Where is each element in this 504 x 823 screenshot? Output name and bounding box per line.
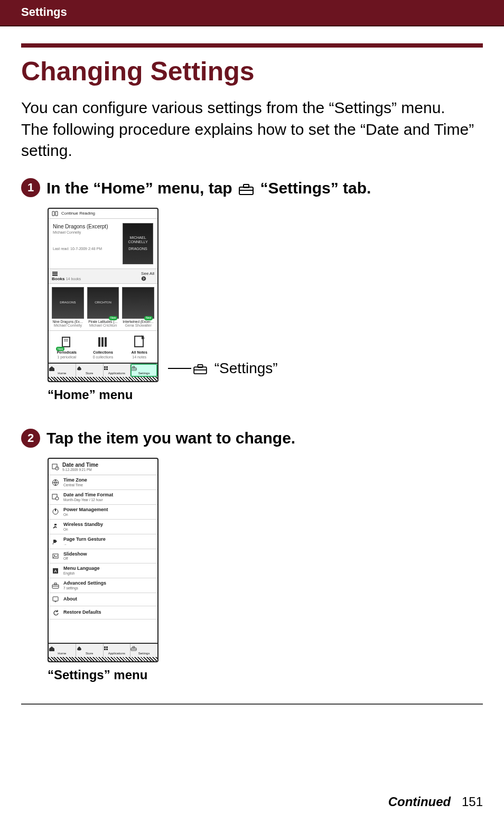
settings-item-icon: [52, 493, 59, 501]
svg-rect-22: [198, 365, 202, 367]
settings-item-icon: [52, 479, 59, 486]
svg-rect-7: [62, 337, 70, 347]
svg-rect-39: [53, 597, 58, 601]
section-label: Settings: [0, 0, 78, 25]
settings-item: Power ManagementOn: [49, 505, 157, 520]
svg-rect-12: [105, 337, 107, 347]
settings-item-icon: [52, 508, 59, 515]
continued-label: Continued: [388, 794, 451, 809]
nav-applications: Applications: [104, 644, 131, 657]
page-number: 151: [462, 794, 483, 809]
settings-figure-title: Date and Time: [62, 462, 98, 468]
svg-rect-31: [54, 524, 57, 525]
svg-rect-42: [104, 649, 106, 650]
cover-line2: CONNELLY: [123, 240, 153, 244]
nav-applications: Applications: [104, 364, 131, 377]
settings-item: Wireless StandbyOn: [49, 520, 157, 534]
nav-store: Store: [76, 364, 104, 377]
svg-rect-43: [106, 649, 108, 650]
svg-rect-10: [98, 337, 100, 347]
step-1: 1 In the “Home” menu, tap “Settings” tab…: [21, 178, 483, 403]
cover-line3: DRAGONS: [123, 247, 153, 251]
book-thumb: NewIntertwined (Excer…Gena Showalter: [122, 287, 154, 328]
applications-icon: [104, 366, 130, 371]
store-icon: [76, 366, 103, 371]
nav-settings: Settings: [130, 644, 157, 657]
settings-item-icon: [52, 552, 59, 560]
home-last-read: Last read: 10-7-2009 2:48 PM: [53, 246, 118, 251]
svg-rect-45: [133, 646, 135, 648]
continue-reading-label: Continue Reading: [61, 211, 95, 216]
svg-rect-37: [54, 583, 57, 585]
footer-rule: [21, 704, 483, 705]
title-rule: [21, 43, 483, 48]
step-1-text-after: “Settings” tab.: [260, 179, 371, 197]
intro-text: You can configure various settings from …: [21, 97, 483, 162]
home-icon: [49, 646, 76, 651]
home-tile: All Notes14 notes: [121, 331, 157, 363]
home-tile: Collections0 collections: [85, 331, 122, 363]
svg-rect-30: [55, 508, 56, 511]
applications-icon: [104, 646, 130, 651]
books-header: Books: [52, 276, 64, 281]
step-1-text-before: In the “Home” menu, tap: [46, 179, 237, 197]
device-footer-stripe: [49, 657, 157, 661]
svg-rect-3: [52, 272, 58, 273]
settings-icon: [130, 646, 157, 651]
settings-item-icon: [52, 596, 59, 603]
step-1-badge: 1: [21, 178, 40, 197]
nav-store: Store: [76, 644, 104, 657]
svg-rect-5: [52, 275, 58, 276]
books-stack-icon: [52, 271, 81, 276]
home-book-title: Nine Dragons (Excerpt): [53, 223, 118, 230]
step-2-text: Tap the item you want to change.: [46, 428, 295, 448]
settings-item-icon: A: [52, 567, 59, 575]
svg-rect-40: [104, 646, 106, 648]
settings-figure-caption: “Settings” menu: [48, 668, 147, 682]
settings-item-icon: [52, 582, 59, 589]
page-footer: Continued 151: [388, 794, 483, 809]
home-icon: [49, 366, 76, 371]
svg-rect-19: [133, 366, 135, 368]
settings-item: Time ZoneCentral Time: [49, 475, 157, 490]
page-title: Changing Settings: [21, 56, 483, 87]
svg-point-28: [55, 497, 59, 500]
store-icon: [76, 646, 103, 651]
book-thumb: CRICHTONNewPirate Latitudes (…Michael Cr…: [87, 287, 119, 328]
step-2-badge: 2: [21, 429, 40, 448]
home-book-cover: MICHAEL CONNELLY DRAGONS: [123, 223, 153, 264]
svg-rect-11: [101, 337, 104, 347]
settings-item: Date and Time FormatMonth-Day-Year / 12 …: [49, 490, 157, 505]
svg-rect-15: [106, 366, 108, 368]
home-book-author: Michael Connelly: [53, 230, 118, 235]
svg-rect-16: [104, 368, 106, 370]
settings-figure-subtitle: 9-12-2009 9:21 PM: [62, 468, 98, 471]
settings-item: About: [49, 593, 157, 606]
settings-callout: “Settings”: [193, 360, 278, 377]
settings-item: Page Turn Gesture→: [49, 534, 157, 549]
svg-rect-14: [104, 366, 106, 368]
toolbox-icon: [193, 364, 207, 374]
toolbox-icon: [239, 183, 254, 195]
home-menu-figure: Continue Reading Nine Dragons (Excerpt) …: [48, 208, 158, 383]
svg-rect-21: [194, 367, 207, 374]
settings-item-icon: [52, 538, 59, 545]
home-figure-caption: “Home” menu: [48, 387, 133, 402]
svg-point-6: [142, 276, 146, 281]
svg-text:A: A: [54, 569, 57, 574]
chevron-right-circle-icon: [141, 276, 154, 281]
settings-item-icon: [52, 523, 59, 530]
settings-menu-figure: Date and Time 9-12-2009 9:21 PM Time Zon…: [48, 458, 158, 662]
settings-item: SlideshowOff: [49, 549, 157, 564]
calendar-clock-icon: [52, 463, 59, 470]
settings-callout-label: “Settings”: [214, 360, 278, 376]
cover-line1: MICHAEL: [123, 236, 153, 240]
nav-home: Home: [49, 644, 76, 657]
svg-rect-1: [244, 184, 249, 188]
nav-home: Home: [49, 364, 76, 377]
settings-item-icon: [52, 609, 59, 616]
home-tile: NewPeriodicals1 periodical: [49, 331, 85, 363]
svg-rect-41: [106, 646, 108, 648]
books-sub: 14 books: [66, 277, 81, 281]
header-rule: [0, 25, 504, 26]
